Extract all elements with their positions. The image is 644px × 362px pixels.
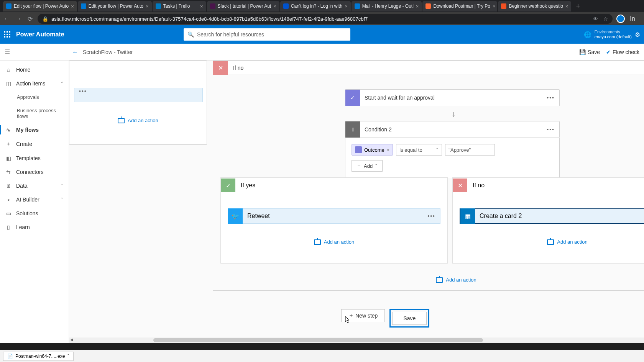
nav-templates[interactable]: ◧Templates [0,151,69,165]
app-launcher-icon[interactable] [4,31,11,38]
profile-avatar[interactable] [616,15,625,23]
horizontal-scrollbar[interactable]: ◀ [69,337,644,343]
if-no-header-top[interactable]: ✕If no [213,61,644,74]
close-icon[interactable]: × [416,3,419,9]
plus-icon: ＋ [5,141,12,147]
nav-connectors[interactable]: ⇆Connectors [0,165,69,179]
forward-icon[interactable]: → [15,15,22,22]
add-action-button[interactable]: Add an action [221,239,447,245]
left-container: ••• Add an action [69,61,207,145]
more-icon[interactable]: ••• [542,126,559,133]
nav-create[interactable]: ＋Create [0,137,69,151]
new-step-button[interactable]: ＋New step [341,309,385,322]
browser-tab[interactable]: Slack | tutorial | Power Aut× [207,1,279,11]
add-action-button[interactable]: Add an action [69,118,207,123]
scroll-left-icon[interactable]: ◀ [69,337,74,343]
learn-icon: ▯ [5,224,12,230]
approval-icon: ✓ [345,90,360,106]
plus-icon: ＋ [348,312,354,319]
browser-tab[interactable]: Edit your flow | Power Auto× [78,1,152,11]
gear-icon[interactable]: ⚙ [635,31,640,38]
file-icon: 📄 [7,354,13,359]
browser-tab[interactable]: Beginner webhook questio× [498,1,571,11]
close-icon[interactable]: × [71,3,74,9]
reload-icon[interactable]: ⟳ [26,15,34,23]
condition-card[interactable]: ⫴Condition 2••• Outcome× is equal to˅ "A… [345,121,560,178]
chevron-down-icon: ˅ [375,163,378,169]
scroll-thumb[interactable] [153,338,483,342]
add-action-icon [314,239,321,245]
app-header: Power Automate 🔍 Search for helpful reso… [0,25,644,44]
chevron-up-icon[interactable]: ˄ [67,354,69,359]
connector-icon: ⇆ [5,169,12,175]
search-input[interactable]: 🔍 Search for helpful resources [184,28,350,41]
nav-my-flows[interactable]: ∿My flows [0,123,69,137]
close-icon[interactable]: × [493,3,496,9]
url-text: asia.flow.microsoft.com/manage/environme… [51,16,368,22]
add-action-icon [547,239,554,245]
condition-value-input[interactable]: "Approve" [445,144,495,156]
browser-tab[interactable]: Can't log in? - Log in with× [280,1,351,11]
add-action-button-outer[interactable]: Add an action [414,277,498,283]
side-nav: ⌂Home ◫Action items˄ Approvals Business … [0,61,69,343]
nav-approvals[interactable]: Approvals [0,90,69,104]
infinity-icon[interactable]: In [629,15,636,22]
download-item[interactable]: 📄Postman-win64-7.....exe˄ [3,352,74,361]
save-flow-button[interactable]: Save [392,312,427,325]
nav-action-items[interactable]: ◫Action items˄ [0,77,69,90]
twitter-icon: 🐦 [228,208,243,224]
flow-checker-button[interactable]: ✔Flow check [606,49,639,55]
if-no-branch: ✕If no ▦Create a card 2 Add an action [452,177,644,264]
home-icon: ⌂ [5,67,12,73]
star-icon[interactable]: ☆ [603,16,608,22]
twitter-retweet-card[interactable]: 🐦Retweet••• [228,208,440,224]
nav-home[interactable]: ⌂Home [0,63,69,77]
plus-icon: ＋ [356,162,361,169]
x-icon: ✕ [213,61,228,75]
more-icon[interactable]: ••• [423,213,440,219]
arrow-down-icon: ↓ [452,110,455,118]
browser-tab[interactable]: Download Postman | Try Po× [422,1,497,11]
close-icon[interactable]: × [565,3,568,9]
close-icon[interactable]: × [200,3,203,9]
search-icon: 🔍 [187,31,194,38]
new-tab-button[interactable]: + [572,2,584,10]
more-icon[interactable]: ••• [74,88,92,94]
nav-data[interactable]: 🗎Data˅ [0,179,69,193]
browser-tab-bar: Edit your flow | Power Auto× Edit your f… [0,0,644,12]
menu-icon[interactable]: ☰ [5,48,10,56]
back-icon[interactable]: ← [3,15,11,22]
environment-icon: 🌐 [584,31,591,38]
browser-tab[interactable]: Edit your flow | Power Auto× [3,1,77,11]
close-icon[interactable]: × [146,3,149,9]
save-button[interactable]: 💾Save [579,49,600,55]
close-icon[interactable]: × [345,3,348,9]
condition-add-button[interactable]: ＋Add˅ [352,160,383,172]
command-bar: ☰ ← ScratchFlow - Twitter 💾Save ✔Flow ch… [0,44,644,61]
empty-action-card[interactable]: ••• [74,88,203,102]
condition-token[interactable]: Outcome× [352,144,393,156]
eye-off-icon[interactable]: 👁 [593,16,598,22]
flow-canvas[interactable]: ••• Add an action ✕If no ✓Start and wait… [69,61,644,343]
remove-token-icon[interactable]: × [387,147,390,153]
add-action-icon [436,277,443,283]
approval-card[interactable]: ✓Start and wait for an approval••• [345,89,560,106]
environment-picker[interactable]: Environments enayu.com (default) [595,29,632,39]
browser-tab[interactable]: Mail - Henry Legge - Outl× [352,1,422,11]
add-action-button[interactable]: Add an action [453,239,644,245]
nav-ai-builder[interactable]: ∘AI Builder˅ [0,193,69,206]
nav-business-process-flows[interactable]: Business process flows [0,104,69,123]
check-icon: ✔ [606,49,611,55]
flow-name: ScratchFlow - Twitter [83,49,133,55]
back-button[interactable]: ← [72,49,78,56]
app-title: Power Automate [16,31,64,38]
url-input[interactable]: 🔒 asia.flow.microsoft.com/manage/environ… [38,14,613,24]
close-icon[interactable]: × [273,3,276,9]
trello-create-card[interactable]: ▦Create a card 2 [460,208,644,224]
condition-operator-select[interactable]: is equal to˅ [396,144,442,156]
nav-solutions[interactable]: ▭Solutions [0,206,69,220]
template-icon: ◧ [5,155,12,161]
more-icon[interactable]: ••• [542,95,559,101]
nav-learn[interactable]: ▯Learn [0,220,69,234]
browser-tab[interactable]: Tasks | Trello× [153,1,206,11]
